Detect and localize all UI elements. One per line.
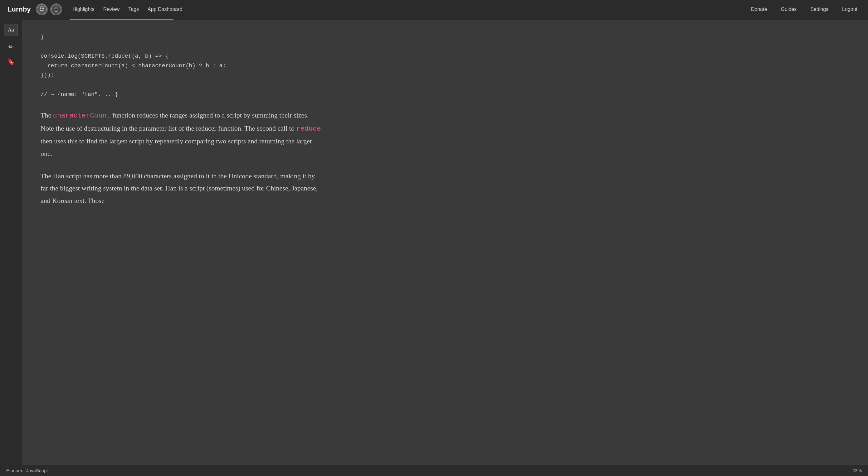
code-line-2: console.log(SCRIPTS.reduce((a, b) => {	[40, 52, 849, 61]
code-block: } console.log(SCRIPTS.reduce((a, b) => {…	[40, 32, 849, 99]
sidebar: Aa ✏ 🔖	[0, 20, 22, 465]
navbar-avatars	[36, 3, 62, 15]
nav-review[interactable]: Review	[100, 5, 123, 13]
avatar-1[interactable]	[36, 3, 48, 15]
paragraph-2: The Han script has more than 89,000 char…	[40, 170, 321, 207]
scroll-indicator	[0, 19, 868, 20]
bookmark-icon[interactable]: 🔖	[6, 57, 15, 66]
code-line-3: return characterCount(a) < characterCoun…	[40, 61, 849, 71]
scroll-bar	[69, 19, 174, 20]
svg-point-2	[42, 7, 44, 9]
code-line-4: }));	[40, 70, 849, 80]
para1-text1: The	[40, 111, 53, 119]
brand-name[interactable]: Lurnby	[7, 5, 31, 13]
nav-guides[interactable]: Guides	[778, 5, 800, 13]
code-line-blank1	[40, 42, 849, 52]
nav-tags[interactable]: Tags	[125, 5, 142, 13]
progress-indicator: 23%	[852, 468, 862, 473]
paragraph-1: The characterCount function reduces the …	[40, 109, 321, 160]
navbar: Lurnby Highlights Review Tags App D	[0, 0, 868, 19]
nav-app-dashboard[interactable]: App Dashboard	[145, 5, 185, 13]
navbar-right: Donate Guides Settings Logout	[748, 5, 861, 13]
main-container: Aa ✏ 🔖 } console.log(SCRIPTS.reduce((a, …	[0, 20, 868, 465]
para1-text3: then uses this to find the largest scrip…	[40, 137, 312, 158]
code-line-1: }	[40, 32, 849, 42]
code-line-5: // → {name: "Han", ...}	[40, 90, 849, 99]
svg-point-6	[54, 6, 58, 9]
navbar-nav: Highlights Review Tags App Dashboard	[69, 5, 186, 13]
para2-text1: The Han script has more than 89,000 char…	[40, 172, 318, 204]
nav-logout[interactable]: Logout	[839, 5, 861, 13]
avatar-2[interactable]	[50, 3, 62, 15]
status-bar: Eloquent JavaScript 23%	[0, 465, 868, 476]
nav-settings[interactable]: Settings	[807, 5, 832, 13]
para1-code2: reduce	[296, 125, 321, 133]
nav-highlights[interactable]: Highlights	[69, 5, 98, 13]
font-button[interactable]: Aa	[4, 24, 18, 36]
svg-point-3	[51, 5, 61, 14]
pencil-icon[interactable]: ✏	[6, 42, 15, 51]
book-title: Eloquent JavaScript	[6, 468, 48, 473]
nav-donate[interactable]: Donate	[748, 5, 770, 13]
content-area[interactable]: } console.log(SCRIPTS.reduce((a, b) => {…	[22, 20, 868, 465]
svg-point-0	[37, 5, 46, 14]
para1-code1: characterCount	[53, 112, 111, 120]
code-line-blank2	[40, 80, 849, 90]
svg-point-1	[40, 7, 41, 9]
